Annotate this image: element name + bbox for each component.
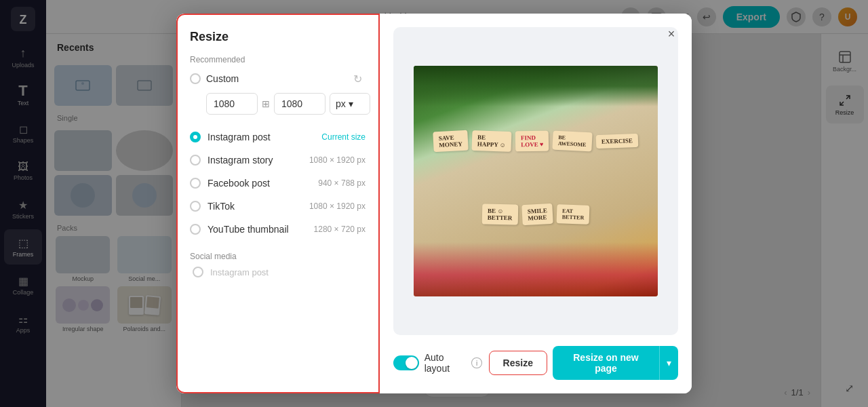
youtube-thumbnail-label: YouTube thumbnail xyxy=(208,224,307,235)
custom-label: Custom xyxy=(206,73,348,84)
refresh-icon[interactable]: ↻ xyxy=(353,73,366,85)
resize-button[interactable]: Resize xyxy=(489,351,547,375)
preset-instagram-story[interactable]: Instagram story 1080 × 1920 px xyxy=(190,149,366,172)
toggle-knob xyxy=(406,357,418,369)
unit-chevron-icon: ▾ xyxy=(349,98,353,109)
resize-panel: Resize Recommended Custom ↻ ⊞ px ▾ xyxy=(176,14,380,393)
facebook-post-size: 940 × 788 px xyxy=(318,178,366,188)
resize-new-page-button[interactable]: Resize on new page xyxy=(553,346,659,380)
youtube-thumbnail-radio[interactable] xyxy=(190,224,201,235)
tiktok-label: TikTok xyxy=(208,201,302,212)
tiktok-radio[interactable] xyxy=(190,201,201,212)
instagram-story-radio[interactable] xyxy=(190,155,201,166)
preset-facebook-post[interactable]: Facebook post 940 × 788 px xyxy=(190,172,366,195)
instagram-story-size: 1080 × 1920 px xyxy=(309,155,366,165)
instagram-post-size: Current size xyxy=(321,132,366,142)
resize-modal: Resize Recommended Custom ↻ ⊞ px ▾ xyxy=(176,14,692,393)
modal-actions: Auto layout i Resize Resize on new page … xyxy=(393,346,678,380)
width-input[interactable] xyxy=(206,93,258,115)
close-button[interactable]: × xyxy=(662,24,681,43)
auto-layout-label: Auto layout i xyxy=(425,352,482,374)
height-input[interactable] xyxy=(274,93,326,115)
custom-row: Custom ↻ xyxy=(190,73,366,85)
unit-value: px xyxy=(336,98,346,109)
dimension-separator: ⊞ xyxy=(262,98,270,109)
resize-new-page-dropdown-button[interactable]: ▾ xyxy=(659,346,678,380)
instagram-post-radio[interactable] xyxy=(190,132,201,142)
youtube-thumbnail-size: 1280 × 720 px xyxy=(314,225,366,234)
preset-instagram-post[interactable]: Instagram post Current size xyxy=(190,125,366,149)
preset-tiktok[interactable]: TikTok 1080 × 1920 px xyxy=(190,195,366,218)
auto-layout-section: Auto layout i xyxy=(393,352,482,374)
preview-panel: × SAVEMONEY BEHAPPY ☺ FINDLOVE ♥ BEAWESO xyxy=(380,14,692,393)
social-media-sub: Instagram post xyxy=(210,267,269,277)
social-media-label: Social media xyxy=(190,252,366,261)
recommended-label: Recommended xyxy=(190,55,366,64)
tiktok-size: 1080 × 1920 px xyxy=(309,201,366,211)
instagram-post-label: Instagram post xyxy=(208,132,315,142)
dimension-inputs: ⊞ px ▾ xyxy=(206,93,366,115)
auto-layout-info-icon[interactable]: i xyxy=(471,357,481,368)
modal-backdrop: Resize Recommended Custom ↻ ⊞ px ▾ xyxy=(0,0,868,407)
action-buttons: Resize Resize on new page ▾ xyxy=(489,346,678,380)
facebook-post-label: Facebook post xyxy=(208,178,311,189)
preview-image: SAVEMONEY BEHAPPY ☺ FINDLOVE ♥ BEAWESOME… xyxy=(414,66,658,296)
custom-radio[interactable] xyxy=(190,73,201,84)
modal-title: Resize xyxy=(190,30,366,44)
unit-selector[interactable]: px ▾ xyxy=(330,93,370,115)
dropdown-chevron-icon: ▾ xyxy=(667,357,671,368)
auto-layout-toggle[interactable] xyxy=(393,355,419,370)
instagram-story-label: Instagram story xyxy=(208,155,302,166)
social-media-section: Social media Instagram post xyxy=(190,252,366,277)
resize-new-page-group: Resize on new page ▾ xyxy=(553,346,678,380)
image-preview-area: SAVEMONEY BEHAPPY ☺ FINDLOVE ♥ BEAWESOME… xyxy=(393,27,678,335)
social-media-radio[interactable] xyxy=(193,267,203,277)
preset-youtube-thumbnail[interactable]: YouTube thumbnail 1280 × 720 px xyxy=(190,218,366,241)
facebook-post-radio[interactable] xyxy=(190,178,201,189)
